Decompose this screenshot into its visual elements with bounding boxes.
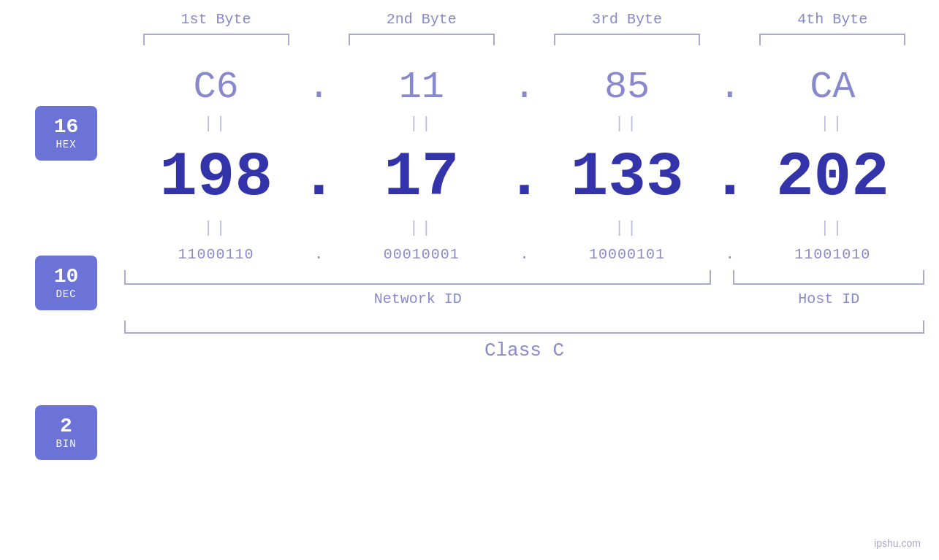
grid-layout: 1st Byte 2nd Byte 3rd Byte 4th Byte <box>124 11 924 361</box>
eq1-4: || <box>741 115 924 133</box>
bin-row: 11000110 . 00010001 . 10000101 . 1100101… <box>124 246 924 263</box>
hex-row: C6 . 11 . 85 . CA <box>124 66 924 109</box>
top-brackets-row <box>124 34 924 45</box>
eq2-3: || <box>536 219 719 237</box>
bin-dot-2: . <box>514 246 536 263</box>
hex-badge-number: 16 <box>54 116 79 139</box>
bin-val-3: 10000101 <box>536 246 719 263</box>
host-bracket <box>733 270 924 285</box>
class-label-container: Class C <box>124 340 924 361</box>
hex-dot-1: . <box>308 66 330 109</box>
eq2-2: || <box>330 219 513 237</box>
header-byte-3: 3rd Byte <box>536 11 719 28</box>
id-labels-row: Network ID Host ID <box>124 291 924 307</box>
eq2-1: || <box>124 219 308 237</box>
class-bracket <box>124 321 924 334</box>
bracket-top-3 <box>536 34 719 45</box>
hex-val-4: CA <box>741 66 924 109</box>
bin-badge: 2 BIN <box>35 405 97 460</box>
eq1-1: || <box>124 115 308 133</box>
dec-dot-3: . <box>719 142 741 213</box>
class-bracket-row <box>124 321 924 334</box>
bin-val-4: 11001010 <box>741 246 924 263</box>
class-bracket-line <box>124 321 924 334</box>
host-bracket-container <box>733 270 924 285</box>
main-container: 16 HEX 10 DEC 2 BIN 1st Byte 2nd Byte 3r… <box>0 0 939 560</box>
headers-row: 1st Byte 2nd Byte 3rd Byte 4th Byte <box>124 11 924 28</box>
dec-badge: 10 DEC <box>35 256 97 310</box>
hex-badge: 16 HEX <box>35 106 97 161</box>
network-id-label-container: Network ID <box>124 291 711 307</box>
hex-dot-2: . <box>514 66 536 109</box>
dec-dot-1: . <box>308 142 330 213</box>
dec-badge-label: DEC <box>56 288 76 300</box>
network-bracket-container <box>124 270 711 285</box>
bin-badge-number: 2 <box>60 415 72 438</box>
dec-val-2: 17 <box>330 142 513 213</box>
hex-val-3: 85 <box>536 66 719 109</box>
hex-val-2: 11 <box>330 66 513 109</box>
badges-column: 16 HEX 10 DEC 2 BIN <box>35 106 97 460</box>
dec-badge-number: 10 <box>54 266 79 288</box>
bin-badge-label: BIN <box>56 438 76 450</box>
header-byte-4: 4th Byte <box>741 11 924 28</box>
watermark: ipshu.com <box>874 537 921 549</box>
host-id-label: Host ID <box>798 291 859 307</box>
class-label: Class C <box>484 340 564 361</box>
hex-badge-label: HEX <box>56 139 76 150</box>
equals-row-2: || || || || <box>124 219 924 237</box>
bracket-top-4 <box>741 34 924 45</box>
header-byte-1: 1st Byte <box>124 11 308 28</box>
network-bracket <box>124 270 711 285</box>
host-id-label-container: Host ID <box>733 291 924 307</box>
class-label-row: Class C <box>124 340 924 361</box>
dec-val-1: 198 <box>124 142 308 213</box>
dec-dot-2: . <box>514 142 536 213</box>
bin-val-2: 00010001 <box>330 246 513 263</box>
bin-val-1: 11000110 <box>124 246 308 263</box>
dec-val-3: 133 <box>536 142 719 213</box>
bin-dot-3: . <box>719 246 741 263</box>
dec-row: 198 . 17 . 133 . 202 <box>124 142 924 213</box>
bracket-top-1 <box>124 34 308 45</box>
id-brackets-row <box>124 270 924 285</box>
dec-val-4: 202 <box>741 142 924 213</box>
eq1-3: || <box>536 115 719 133</box>
header-byte-2: 2nd Byte <box>330 11 513 28</box>
bracket-top-2 <box>330 34 513 45</box>
equals-row-1: || || || || <box>124 115 924 133</box>
network-id-label: Network ID <box>374 291 462 307</box>
eq1-2: || <box>330 115 513 133</box>
hex-val-1: C6 <box>124 66 308 109</box>
eq2-4: || <box>741 219 924 237</box>
hex-dot-3: . <box>719 66 741 109</box>
bin-dot-1: . <box>308 246 330 263</box>
